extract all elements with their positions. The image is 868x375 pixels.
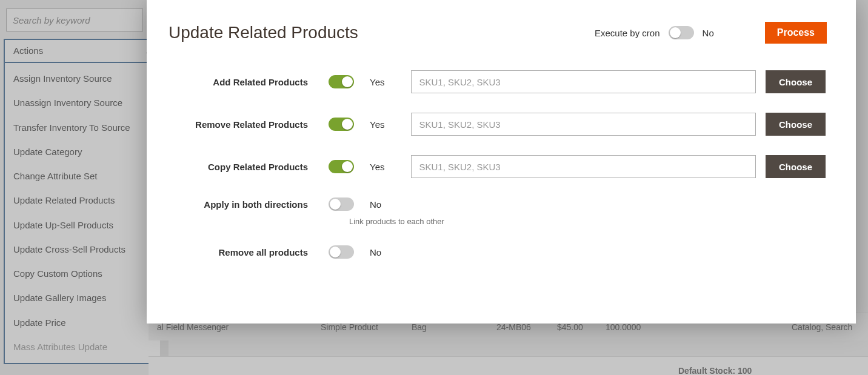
modal-header: Update Related Products Execute by cron … bbox=[169, 22, 827, 44]
copy-related-label: Copy Related Products bbox=[183, 162, 329, 172]
remove-related-state: Yes bbox=[370, 119, 384, 130]
cron-controls: Execute by cron No Process bbox=[595, 22, 827, 44]
both-directions-toggle[interactable] bbox=[329, 197, 354, 211]
row-add-related: Add Related Products Yes Choose bbox=[183, 70, 826, 93]
both-directions-label: Apply in both directions bbox=[183, 199, 329, 210]
remove-all-state: No bbox=[370, 247, 381, 257]
modal-form: Add Related Products Yes Choose Remove R… bbox=[183, 70, 826, 259]
remove-related-input[interactable] bbox=[411, 113, 756, 136]
modal-title: Update Related Products bbox=[169, 23, 358, 42]
copy-related-choose-button[interactable]: Choose bbox=[766, 155, 826, 178]
add-related-input[interactable] bbox=[411, 70, 756, 93]
add-related-state: Yes bbox=[370, 77, 384, 87]
row-copy-related: Copy Related Products Yes Choose bbox=[183, 155, 826, 178]
both-directions-helper: Link products to each other bbox=[349, 217, 826, 226]
copy-related-state: Yes bbox=[370, 162, 384, 172]
both-directions-state: No bbox=[370, 199, 381, 210]
copy-related-input[interactable] bbox=[411, 155, 756, 178]
update-related-products-modal: Update Related Products Execute by cron … bbox=[147, 0, 856, 324]
row-remove-related: Remove Related Products Yes Choose bbox=[183, 113, 826, 136]
remove-related-toggle[interactable] bbox=[329, 118, 354, 131]
row-both-directions: Apply in both directions No Link product… bbox=[183, 197, 826, 226]
remove-related-choose-button[interactable]: Choose bbox=[766, 113, 826, 136]
remove-related-label: Remove Related Products bbox=[183, 119, 329, 130]
execute-by-cron-label: Execute by cron bbox=[595, 28, 660, 38]
add-related-choose-button[interactable]: Choose bbox=[766, 70, 826, 93]
process-button[interactable]: Process bbox=[765, 22, 827, 44]
row-remove-all: Remove all products No bbox=[183, 245, 826, 259]
remove-all-toggle[interactable] bbox=[329, 245, 354, 259]
execute-by-cron-toggle[interactable] bbox=[669, 26, 694, 39]
copy-related-toggle[interactable] bbox=[329, 160, 354, 173]
add-related-toggle[interactable] bbox=[329, 75, 354, 88]
remove-all-label: Remove all products bbox=[183, 247, 329, 257]
execute-by-cron-state: No bbox=[703, 28, 714, 38]
add-related-label: Add Related Products bbox=[183, 77, 329, 87]
